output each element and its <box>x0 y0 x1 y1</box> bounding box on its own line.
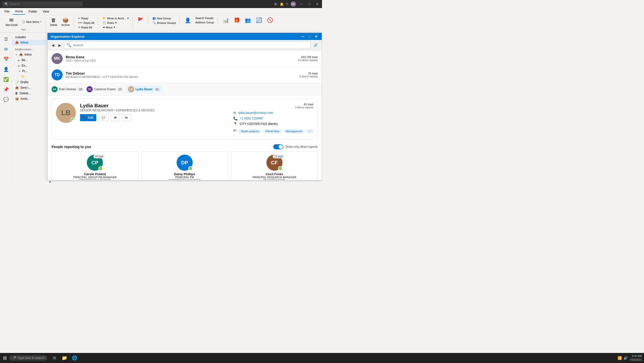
ribbon-extra-4[interactable]: 🔄 <box>254 16 264 24</box>
direct-reports-toggle[interactable] <box>273 144 283 149</box>
reply-icon: ↩ <box>78 17 80 20</box>
email-action-button[interactable]: ✉ <box>111 114 120 121</box>
reply-all-button[interactable]: ↩↩ Reply All <box>76 21 96 25</box>
person-row-tim[interactable]: TD Tim Deboer RESEARCH DEPARTMENT • CITY… <box>48 67 322 83</box>
menu-home[interactable]: Home <box>12 9 25 15</box>
forward-button[interactable]: ↪ Reply All <box>76 25 96 29</box>
nav-notes[interactable]: 📌 <box>2 85 11 94</box>
org-share-button[interactable]: 🔗 <box>312 42 319 48</box>
email-link[interactable]: lydia.bauer@contoso.com <box>238 111 273 115</box>
folder-sub-be-label: Be... <box>22 58 28 62</box>
folder-icon-inner: 📁 <box>21 75 25 78</box>
ribbon-extra-5[interactable]: 🚫 <box>265 16 275 24</box>
org-explorer: Organization Explorer — □ ✕ ◀ ▶ 🔍 🔗 <box>47 33 322 180</box>
move-archive-chevron: ▾ <box>127 17 129 20</box>
ribbon-groups-content: 👥 New Group 🔍 Browse Groups <box>151 16 178 25</box>
mona-info: Mona Kane CEO • Office of the CEO <box>66 55 298 62</box>
folder-sub-be[interactable]: ▶ Be... <box>12 57 47 63</box>
nav-tasks[interactable]: ✅ <box>2 75 11 84</box>
tag-mgmt[interactable]: Management <box>284 129 305 133</box>
folder-inbox-favorite[interactable]: 📥 Inbox <box>12 40 47 45</box>
org-body: MK Mona Kane CEO • Office of the CEO 242… <box>48 51 322 180</box>
folder-deleted[interactable]: 🗑 Delete... <box>12 90 47 96</box>
address-group-button[interactable]: Address Group <box>194 20 215 24</box>
org-minimize-button[interactable]: — <box>300 34 306 38</box>
tim-avatar: TD <box>52 69 63 80</box>
new-email-button[interactable]: ✉ New Email <box>4 16 19 27</box>
flag-button[interactable]: 🚩 <box>136 16 146 24</box>
bc-cameron[interactable]: CE Cameron Evans 17 <box>87 86 123 92</box>
reply-button[interactable]: ↩ Reply <box>76 16 96 20</box>
ribbon-extra-3[interactable]: 👥 <box>243 16 253 24</box>
menu-view[interactable]: View <box>40 9 52 14</box>
settings-icon[interactable]: ⚙ <box>274 2 277 6</box>
folder-sub-ex[interactable]: ▶ Ex... <box>12 63 47 68</box>
archive-folder-label: Archi... <box>20 97 30 101</box>
contact-title: SENIOR RESEARCHER • EXPERIENCES & DEVICE… <box>80 109 229 112</box>
title-bar-search-box[interactable]: 🔍 <box>2 2 83 7</box>
tag-depth[interactable]: Depth analysis <box>238 129 261 133</box>
org-maximize-button[interactable]: □ <box>308 34 312 38</box>
chat-button[interactable]: 💬 <box>98 114 109 121</box>
nav-people[interactable]: 👤 <box>2 65 11 74</box>
new-email-label: New Email <box>6 24 18 26</box>
title-search-input[interactable] <box>10 2 80 6</box>
person-row-mona[interactable]: MK Mona Kane CEO • Office of the CEO 242… <box>48 51 322 67</box>
help-icon[interactable]: ? <box>286 2 288 6</box>
nav-hamburger[interactable]: ☰ <box>2 35 11 44</box>
menu-file[interactable]: File <box>2 9 12 14</box>
ribbon-group-delete: 🗑 Delete 📦 Archive <box>47 16 73 27</box>
delete-button[interactable]: 🗑 Delete <box>49 16 59 27</box>
nav-mail[interactable]: ✉ <box>2 45 11 54</box>
phone-number: +1 (425) 7233487 <box>239 117 263 120</box>
ribbon-extra-2[interactable]: 🎁 <box>232 16 242 24</box>
rules-chevron: ▾ <box>115 21 117 24</box>
org-forward-button[interactable]: ▶ <box>57 42 62 48</box>
folder-archive[interactable]: 📦 Archi... <box>12 96 47 102</box>
nav-chat[interactable]: 💬 <box>2 95 11 104</box>
org-close-button[interactable]: ✕ <box>314 34 319 38</box>
new-group-button[interactable]: 👥 New Group <box>151 16 178 20</box>
nav-calendar[interactable]: 📅 <box>2 55 11 64</box>
sent-icon: 📤 <box>15 86 19 89</box>
menu-folder[interactable]: Folder <box>26 9 39 14</box>
carole-dept: EXPERIENCES & DEVICES <box>79 179 111 180</box>
minimize-button[interactable]: — <box>299 2 305 6</box>
bc-lydia[interactable]: LB Lydia Bauer 41 <box>126 85 162 93</box>
forward-icon: ↪ <box>78 26 80 29</box>
linkedin-button[interactable]: in <box>122 114 131 121</box>
new-group-icon: 👥 <box>152 17 156 20</box>
maximize-button[interactable]: □ <box>307 2 312 6</box>
move-to-archive-button[interactable]: 📂 Move to Archi... ▾ <box>101 16 130 20</box>
call-button[interactable]: 📞 Call <box>80 114 96 121</box>
new-items-button[interactable]: 📋 New Items ▾ <box>20 20 43 24</box>
org-search-input[interactable] <box>73 43 308 47</box>
move-icon: ➡ <box>103 26 105 29</box>
tag-planet[interactable]: Planet blue <box>263 129 282 133</box>
user-avatar-icon[interactable]: MK <box>291 1 296 7</box>
ribbon-extra-1[interactable]: 📊 <box>221 16 231 24</box>
people-search-btn[interactable]: 👤 <box>183 16 193 24</box>
notifications-icon[interactable]: 🔔 <box>280 2 284 6</box>
browse-groups-button[interactable]: 🔍 Browse Groups <box>151 21 178 25</box>
move-button[interactable]: ➡ Move ▾ <box>101 25 130 29</box>
folder-inbox-main[interactable]: ▼ 📥 Inbox <box>12 52 47 57</box>
report-card-cecil[interactable]: CF 22 total Cecil Forks PRINCIPAL RESEAR… <box>231 151 318 180</box>
rules-button[interactable]: 📋 Rules ▾ <box>101 21 130 25</box>
report-card-carole[interactable]: CP 16 total Carole Poland PRINCIPAL GROU… <box>52 151 138 180</box>
archive-button[interactable]: 📦 Archive <box>60 16 71 27</box>
org-back-button[interactable]: ◀ <box>51 42 55 48</box>
folder-sub-pr[interactable]: ▼ Pr... <box>12 68 47 74</box>
tag-more[interactable]: ··· <box>306 129 313 133</box>
folder-drafts[interactable]: 📝 Drafts <box>12 79 47 85</box>
report-card-daisy[interactable]: DP Daisy Phillips PRINCIPAL PM EXPERIENC… <box>141 151 228 180</box>
close-button[interactable]: ✕ <box>314 2 320 6</box>
org-search-box[interactable]: 🔍 <box>64 41 310 49</box>
bc-katri[interactable]: KA Katri Ahokas 16 <box>52 86 84 92</box>
search-people-button[interactable]: Search People <box>194 16 215 20</box>
daisy-role: PRINCIPAL PM <box>175 176 194 179</box>
rules-icon: 📋 <box>103 21 106 24</box>
cecil-count: 22 total <box>273 155 285 158</box>
folder-sub-folder[interactable]: 📁 <box>12 74 47 79</box>
folder-sent[interactable]: 📤 Sent I... <box>12 85 47 90</box>
